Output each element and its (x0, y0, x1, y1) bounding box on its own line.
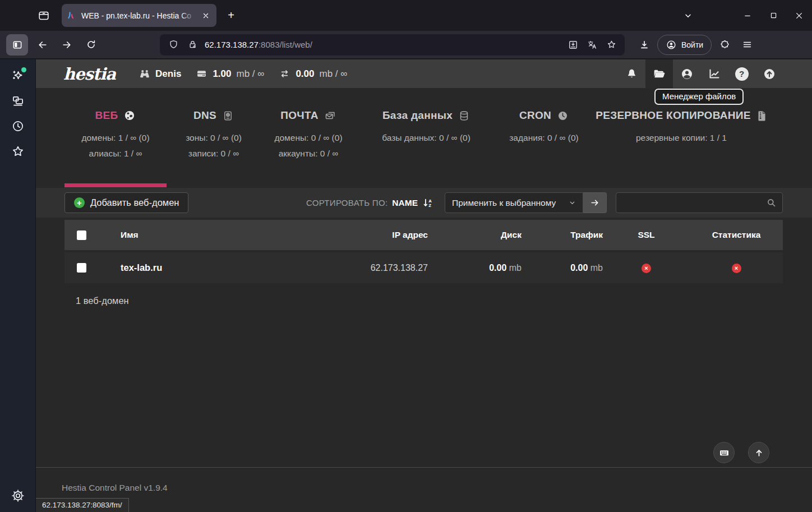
back-button[interactable] (33, 35, 52, 54)
mail-bulk-icon (324, 109, 336, 122)
notifications-bell-icon[interactable] (618, 59, 645, 88)
disk-stat: 1.00 mb / ∞ (196, 68, 264, 80)
window-maximize-button[interactable] (760, 4, 786, 27)
history-clock-icon[interactable] (8, 117, 27, 136)
logout-up-arrow-icon[interactable] (755, 59, 783, 88)
tab-database-label: База данных (382, 109, 453, 122)
header-icon-bar: ? (618, 59, 783, 88)
stats-off-icon: × (732, 264, 741, 273)
tab-mail-stat1: домены: 0 / ∞ (0) (261, 130, 356, 146)
tab-backup-label: РЕЗЕРВНОЕ КОПИРОВАНИЕ (596, 109, 751, 122)
traffic-value: 0.00 (296, 68, 314, 80)
table-row[interactable]: tex-lab.ru 62.173.138.27 0.00 mb 0.00 mb… (64, 252, 783, 283)
url-bar[interactable]: 62.173.138.27:8083/list/web/ (160, 34, 625, 56)
tab-backup[interactable]: РЕЗЕРВНОЕ КОПИРОВАНИЕ резервные копии: 1… (592, 109, 771, 188)
user-stat: Denis (139, 68, 181, 80)
domain-disk: 0.00 mb (428, 263, 522, 273)
add-web-domain-button[interactable]: + Добавить веб-домен (64, 192, 188, 213)
shortcuts-keyboard-icon[interactable] (713, 442, 735, 463)
firefox-view-icon[interactable] (35, 7, 53, 25)
ai-chat-icon[interactable] (8, 66, 27, 85)
window-close-button[interactable] (786, 4, 812, 27)
col-ssl[interactable]: SSL (603, 230, 690, 240)
help-question-icon[interactable]: ? (728, 59, 755, 88)
search-box (616, 192, 783, 213)
file-manager-folder-icon[interactable] (645, 59, 673, 88)
signin-button[interactable]: Войти (657, 35, 712, 55)
translate-icon[interactable] (585, 38, 599, 52)
bookmark-star-icon[interactable] (605, 38, 618, 52)
forward-button[interactable] (57, 35, 76, 54)
search-input[interactable] (616, 193, 760, 213)
signin-label: Войти (681, 40, 703, 49)
tab-title: WEB - pn.tex-lab.ru - Hestia Co (81, 11, 196, 20)
tab-list-chevron-icon[interactable] (675, 4, 701, 27)
new-tab-button[interactable]: + (222, 7, 240, 25)
hestia-header: hestia Denis 1.00 mb / ∞ (36, 59, 812, 88)
scroll-to-top-icon[interactable] (748, 442, 769, 463)
file-manager-tooltip: Менеджер файлов (654, 89, 744, 105)
tab-web-label: ВЕБ (95, 109, 118, 122)
tab-web[interactable]: ВЕБ домены: 1 / ∞ (0)алиасы: 1 / ∞ (64, 109, 167, 188)
window-minimize-button[interactable] (735, 4, 760, 27)
tab-cron-stat1: задания: 0 / ∞ (0) (496, 130, 592, 146)
downloads-icon[interactable] (635, 35, 654, 54)
col-disk[interactable]: Диск (428, 230, 522, 240)
reload-button[interactable] (81, 35, 100, 54)
bookmarks-star-icon[interactable] (8, 142, 27, 161)
active-tab-indicator (64, 183, 167, 187)
tab-backup-stat1: резервные копии: 1 / 1 (592, 130, 771, 146)
hestia-page: hestia Denis 1.00 mb / ∞ (36, 59, 812, 512)
list-toolbar: + Добавить веб-домен СОРТИРОВАТЬ ПО: NAM… (36, 188, 812, 218)
browser-tab[interactable]: WEB - pn.tex-lab.ru - Hestia Co (62, 4, 216, 27)
col-name[interactable]: Имя (91, 230, 316, 240)
url-text: 62.173.138.27:8083/list/web/ (205, 40, 312, 49)
tab-web-stat1: домены: 1 / ∞ (0) (64, 130, 167, 146)
status-link-preview: 62.173.138.27:8083/fm/ (36, 498, 129, 512)
tab-cron-label: CRON (519, 109, 551, 122)
sidebar-settings-gear-icon[interactable] (8, 486, 27, 505)
tab-database[interactable]: База данных базы данных: 0 / ∞ (0) (356, 109, 496, 188)
toolbar-right: Войти (635, 35, 756, 55)
profile-user-circle-icon[interactable] (673, 59, 700, 88)
sidebar-toggle-icon[interactable] (6, 34, 28, 56)
search-icon[interactable] (760, 193, 782, 213)
sort-control[interactable]: СОРТИРОВАТЬ ПО: NAME AZ (306, 197, 433, 208)
add-web-domain-label: Добавить веб-домен (90, 197, 179, 208)
col-traffic[interactable]: Трафик (522, 230, 603, 240)
statistics-chart-icon[interactable] (700, 59, 728, 88)
lock-warning-icon[interactable] (186, 38, 199, 52)
col-ip[interactable]: IP адрес (316, 230, 428, 240)
notification-dot (21, 67, 26, 72)
select-all-checkbox[interactable] (77, 230, 86, 240)
menu-icon[interactable] (737, 35, 756, 54)
tab-mail-label: ПОЧТА (280, 109, 318, 122)
hestia-logo[interactable]: hestia (63, 64, 116, 84)
domain-list: Имя IP адрес Диск Трафик SSL Статистика … (64, 220, 783, 306)
hard-drive-icon (196, 68, 207, 80)
row-checkbox[interactable] (77, 263, 86, 273)
file-archive-icon (756, 110, 767, 122)
ssl-off-icon: × (642, 264, 651, 273)
chevron-down-icon (569, 199, 576, 206)
tab-close-icon[interactable] (200, 10, 211, 21)
save-page-icon[interactable] (566, 38, 580, 52)
header-stats: Denis 1.00 mb / ∞ 0.00 mb (139, 68, 347, 80)
list-summary: 1 веб-домен (64, 296, 783, 306)
apply-action-button[interactable] (583, 192, 607, 213)
account-icon (666, 39, 677, 50)
exchange-arrows-icon (279, 68, 290, 80)
synced-tabs-icon[interactable] (8, 91, 27, 110)
extensions-icon[interactable] (715, 35, 734, 54)
tab-dns[interactable]: DNS зоны: 0 / ∞ (0)записи: 0 / ∞ (167, 109, 261, 188)
tab-cron[interactable]: CRON задания: 0 / ∞ (0) (496, 109, 592, 188)
col-stats[interactable]: Статистика (690, 230, 783, 240)
domain-name[interactable]: tex-lab.ru (91, 262, 316, 273)
tab-mail[interactable]: ПОЧТА домены: 0 / ∞ (0)аккаунты: 0 / ∞ (261, 109, 356, 188)
plus-icon: + (74, 197, 85, 208)
shield-icon[interactable] (167, 38, 180, 52)
bulk-action-select[interactable]: Применить к выбранному (445, 192, 583, 213)
domain-traffic: 0.00 mb (522, 263, 603, 273)
tab-mail-stat2: аккаунты: 0 / ∞ (261, 146, 356, 162)
svg-text:Z: Z (428, 203, 431, 208)
